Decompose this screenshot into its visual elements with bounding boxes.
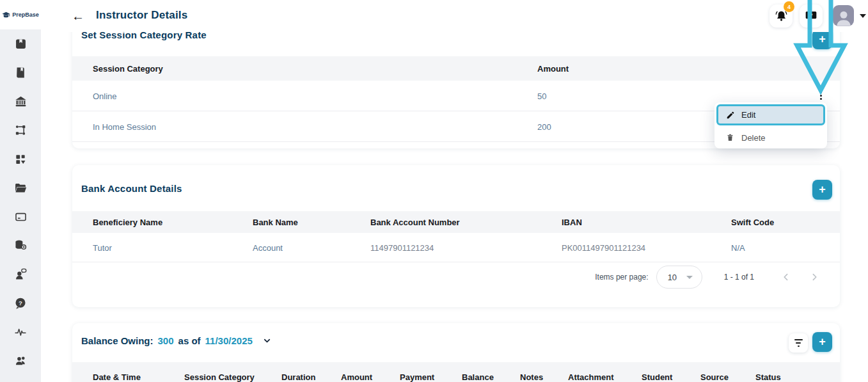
column-swift-code: Swift Code bbox=[731, 218, 774, 227]
svg-text:?: ? bbox=[19, 299, 22, 306]
coins-icon bbox=[14, 239, 28, 252]
app-logo-text: PrepBase bbox=[12, 12, 39, 18]
add-balance-entry-button[interactable]: + bbox=[812, 332, 832, 352]
column-beneficiary-name: Beneficiery Name bbox=[93, 218, 162, 227]
session-rate-table-header: Session Category Amount bbox=[72, 56, 840, 81]
profile-menu-caret[interactable] bbox=[860, 14, 866, 18]
sidebar: PrepBase ? bbox=[0, 0, 41, 382]
users-icon bbox=[14, 354, 28, 367]
sidebar-item-files[interactable] bbox=[0, 173, 41, 202]
trash-icon bbox=[726, 133, 734, 142]
column-account-number: Bank Account Number bbox=[370, 218, 460, 227]
column-amount: Amount bbox=[537, 64, 569, 74]
previous-page-button[interactable] bbox=[778, 269, 794, 285]
context-menu-edit-label: Edit bbox=[741, 110, 755, 120]
chevron-down-icon bbox=[686, 276, 693, 279]
session-category-value: In Home Session bbox=[93, 122, 156, 131]
sidebar-item-dashboard[interactable] bbox=[0, 29, 41, 58]
sidebar-item-earnings[interactable] bbox=[0, 231, 41, 260]
page-title: Instructor Details bbox=[96, 9, 187, 22]
row-actions-menu-button[interactable] bbox=[816, 90, 825, 102]
credit-card-icon bbox=[14, 211, 28, 223]
page-range-label: 1 - 1 of 1 bbox=[724, 273, 754, 282]
column-source: Source bbox=[700, 372, 729, 382]
swift-code-value: N/A bbox=[731, 243, 745, 252]
sidebar-item-help[interactable]: ? bbox=[0, 289, 41, 317]
items-per-page-label: Items per page: bbox=[595, 273, 648, 282]
balance-owing-title: Balance Owing: 300 as of 11/30/2025 bbox=[81, 335, 272, 346]
add-bank-account-button[interactable]: + bbox=[812, 180, 832, 200]
column-duration: Duration bbox=[281, 372, 315, 382]
balance-amount: 300 bbox=[158, 335, 174, 346]
column-session-category: Session Category bbox=[184, 372, 255, 382]
column-date-time: Date & Time bbox=[93, 372, 141, 382]
person-silhouette-icon bbox=[834, 8, 853, 26]
column-notes: Notes bbox=[520, 372, 543, 382]
chevron-left-icon bbox=[781, 272, 791, 282]
back-button[interactable]: ← bbox=[72, 8, 84, 24]
help-icon: ? bbox=[14, 297, 27, 310]
book-icon bbox=[14, 66, 27, 79]
widgets-icon bbox=[14, 153, 27, 166]
context-menu-delete-label: Delete bbox=[741, 133, 766, 143]
column-status: Status bbox=[755, 372, 781, 382]
session-category-value: Online bbox=[93, 91, 117, 100]
column-payment: Payment bbox=[400, 372, 434, 382]
sidebar-item-messages[interactable] bbox=[0, 260, 41, 289]
sidebar-item-institution[interactable] bbox=[0, 87, 41, 116]
chat-icon: ? bbox=[805, 10, 817, 22]
chevron-down-icon bbox=[262, 336, 272, 346]
column-attachment: Attachment bbox=[568, 372, 614, 382]
pencil-icon bbox=[726, 111, 735, 120]
bank-icon bbox=[14, 95, 28, 108]
top-header: ← Instructor Details 4 ? bbox=[41, 0, 868, 32]
bank-table-header: Beneficiery Name Bank Name Bank Account … bbox=[72, 211, 840, 233]
column-student: Student bbox=[642, 372, 672, 382]
page-size-select[interactable]: 10 bbox=[656, 266, 702, 289]
column-iban: IBAN bbox=[562, 218, 582, 227]
add-session-rate-button[interactable]: + bbox=[812, 29, 832, 49]
support-chat-button[interactable]: ? bbox=[800, 4, 823, 28]
as-of-label: as of bbox=[178, 335, 201, 346]
account-number-value: 11497901121234 bbox=[370, 243, 434, 252]
balance-table-header: Date & Time Session Category Duration Am… bbox=[72, 362, 840, 382]
table-row: Tutor Account 11497901121234 PK001149790… bbox=[72, 233, 840, 262]
balance-date: 11/30/2025 bbox=[205, 335, 253, 346]
sidebar-item-sessions[interactable] bbox=[0, 116, 41, 145]
app-logo: PrepBase bbox=[0, 0, 41, 29]
next-page-button[interactable] bbox=[807, 269, 822, 285]
filter-button[interactable] bbox=[789, 333, 808, 353]
sidebar-item-payments[interactable] bbox=[0, 202, 41, 231]
column-balance: Balance bbox=[462, 372, 494, 382]
sidebar-item-categories[interactable] bbox=[0, 145, 41, 173]
chevron-right-icon bbox=[809, 272, 819, 282]
balance-owing-label: Balance Owing: bbox=[81, 335, 154, 346]
bank-name-value: Account bbox=[253, 243, 283, 252]
notifications-button[interactable]: 4 bbox=[769, 4, 793, 28]
iban-value: PK0011497901121234 bbox=[562, 243, 645, 252]
context-menu-edit-item[interactable]: Edit bbox=[716, 104, 825, 125]
person-chat-icon bbox=[14, 267, 28, 281]
user-avatar[interactable] bbox=[833, 5, 854, 26]
amount-value: 50 bbox=[537, 91, 546, 100]
page-size-value: 10 bbox=[668, 273, 677, 282]
column-bank-name: Bank Name bbox=[253, 218, 298, 227]
activity-icon bbox=[13, 326, 28, 338]
paginator: Items per page: 10 1 - 1 of 1 bbox=[72, 262, 840, 292]
folder-icon bbox=[13, 182, 28, 195]
graduation-cap-icon bbox=[2, 11, 10, 19]
column-amount: Amount bbox=[341, 372, 372, 382]
sidebar-item-courses[interactable] bbox=[0, 58, 41, 87]
package-icon bbox=[14, 37, 28, 51]
column-session-category: Session Category bbox=[93, 64, 163, 74]
bank-details-title: Bank Account Details bbox=[81, 183, 182, 194]
filter-icon bbox=[794, 339, 803, 340]
balance-owing-card: Balance Owing: 300 as of 11/30/2025 + Da… bbox=[72, 323, 840, 382]
row-actions-context-menu: Edit Delete bbox=[714, 102, 827, 148]
workflow-icon bbox=[14, 123, 28, 137]
date-dropdown-caret[interactable] bbox=[262, 336, 272, 346]
notification-badge: 4 bbox=[784, 1, 794, 12]
sidebar-item-users[interactable] bbox=[0, 346, 41, 375]
context-menu-delete-item[interactable]: Delete bbox=[716, 129, 825, 147]
sidebar-item-reports[interactable] bbox=[0, 317, 41, 346]
